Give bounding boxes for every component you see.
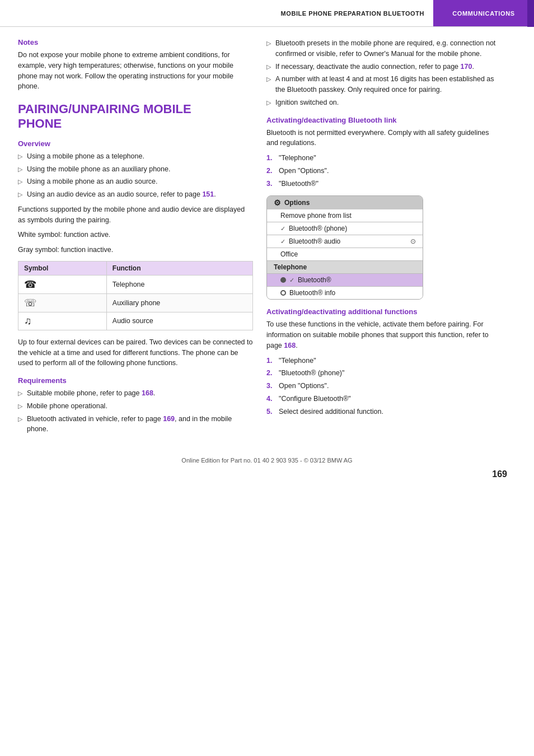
list-item: 3.Open "Options". [266,381,502,391]
page-ref-168a[interactable]: 168 [142,389,153,397]
page-number: 169 [492,469,507,479]
overview-para2: White symbol: function active. [18,230,253,240]
function-cell: Auxiliary phone [106,293,252,312]
para-devices: Up to four external devices can be paire… [18,337,253,368]
right-column: ▷ Bluetooth presets in the mobile phone … [266,38,502,439]
list-item: ▷ Mobile phone operational. [18,401,253,412]
overview-para1: Functions supported by the mobile phone … [18,204,253,226]
function-cell: Audio source [106,312,252,330]
overview-list: ▷Using a mobile phone as a telephone. ▷U… [18,151,253,200]
activating-text: Bluetooth is not permitted everywhere. C… [266,128,502,149]
header-tab-accent [527,0,534,27]
list-item: ▷Using an audio device as an audio sourc… [18,189,253,200]
list-item: ▷Using a mobile phone as an audio source… [18,176,253,187]
table-row: ☏ Auxiliary phone [18,293,253,312]
table-row: ♫ Audio source [18,312,253,330]
activating-heading: Activating/deactivating Bluetooth link [266,116,502,124]
left-column: Notes Do not expose your mobile phone to… [18,38,253,439]
list-item: 4."Configure Bluetooth®" [266,394,502,404]
options-title: ⚙ Options [267,196,423,209]
page-ref-170[interactable]: 170 [461,63,472,71]
page-ref-169[interactable]: 169 [163,415,175,423]
list-item: 3."Bluetooth®" [266,179,502,189]
list-item: ▷ A number with at least 4 and at most 1… [266,74,502,95]
check-icon: ✓ [289,277,294,284]
list-item: ▷ Ignition switched on. [266,97,502,108]
list-item: 5.Select desired additional function. [266,407,502,417]
check-icon: ✓ [280,238,285,245]
col-function: Function [106,261,252,275]
options-item: Office [267,248,423,261]
list-item: 2.Open "Options". [266,166,502,176]
radio-dot-filled [280,277,286,283]
list-item: ▷Using a mobile phone as a telephone. [18,151,253,162]
list-item: ▷ Bluetooth presets in the mobile phone … [266,38,502,59]
table-row: ☎ Telephone [18,275,253,293]
notes-heading: Notes [18,38,253,46]
check-icon: ✓ [280,225,285,232]
list-item: ▷ Suitable mobile phone, refer to page 1… [18,388,253,399]
options-item: ✓ Bluetooth® (phone) [267,222,423,235]
symbol-cell: ☎ [18,275,107,293]
options-item: Remove phone from list [267,209,423,222]
options-section-label: Telephone [267,261,423,274]
symbol-table: Symbol Function ☎ Telephone ☏ Auxiliary … [18,261,253,330]
additional-text: To use these functions in the vehicle, a… [266,319,502,351]
steps1-list: 1."Telephone" 2.Open "Options". 3."Bluet… [266,153,502,189]
radio-dot [280,290,286,296]
requirements-heading: Requirements [18,376,253,385]
page-footer: Online Edition for Part no. 01 40 2 903 … [18,457,516,470]
list-item: 2."Bluetooth® (phone)" [266,368,502,379]
options-item-bluetooth: ✓ Bluetooth® [267,274,423,287]
overview-heading: Overview [18,139,253,148]
list-item: ▷Using the mobile phone as an auxiliary … [18,164,253,175]
symbol-cell: ☏ [18,293,107,312]
header-title: MOBILE PHONE PREPARATION BLUETOOTH [281,0,433,26]
additional-heading: Activating/deactivating additional funct… [266,307,502,316]
list-item: ▷ If necessary, deactivate the audio con… [266,62,502,72]
list-item: ▷ Bluetooth activated in vehicle, refer … [18,414,253,435]
notes-text: Do not expose your mobile phone to extre… [18,50,253,92]
options-item: Bluetooth® info [267,287,423,299]
options-item: ✓ Bluetooth® audio ⊙ [267,235,423,248]
requirements-list: ▷ Suitable mobile phone, refer to page 1… [18,388,253,435]
list-item: 1."Telephone" [266,153,502,164]
right-arrow-icon: ⊙ [410,237,416,245]
right-bullets: ▷ Bluetooth presets in the mobile phone … [266,38,502,108]
page-ref-151[interactable]: 151 [202,190,214,198]
page-content: Notes Do not expose your mobile phone to… [0,27,534,439]
function-cell: Telephone [106,275,252,293]
list-item: 1."Telephone" [266,356,502,366]
page-header: MOBILE PHONE PREPARATION BLUETOOTH COMMU… [0,0,534,27]
symbol-cell: ♫ [18,312,107,330]
page-ref-168b[interactable]: 168 [284,342,296,349]
steps2-list: 1."Telephone" 2."Bluetooth® (phone)" 3.O… [266,356,502,417]
options-icon: ⚙ [274,198,281,207]
main-heading: PAIRING/UNPAIRING MOBILE PHONE [18,102,253,132]
options-screenshot: ⚙ Options Remove phone from list ✓ Bluet… [266,195,423,300]
header-tab: COMMUNICATIONS [433,0,534,26]
overview-para3: Gray symbol: function inactive. [18,245,253,255]
col-symbol: Symbol [18,261,107,275]
